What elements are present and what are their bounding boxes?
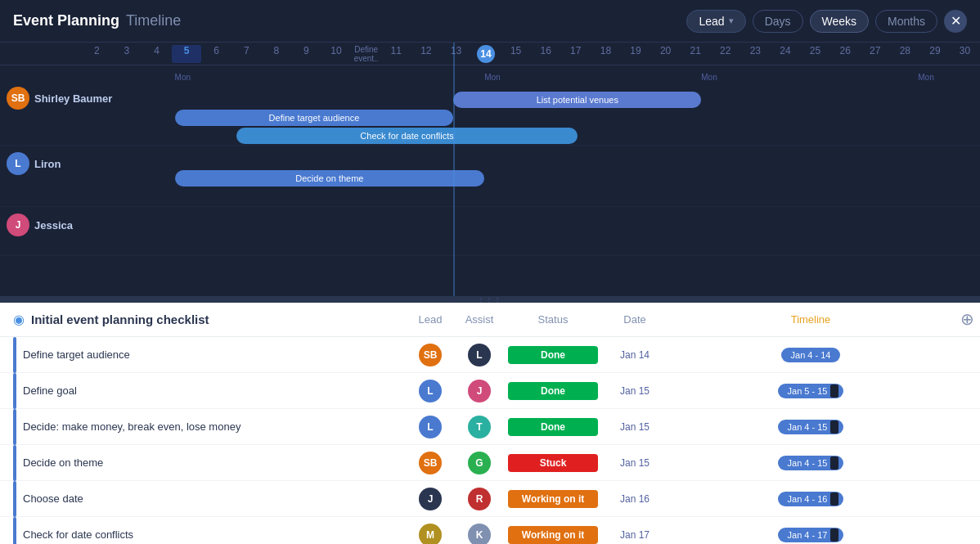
- assist-avatar[interactable]: L: [468, 344, 491, 366]
- col-assist-cell: G: [455, 452, 504, 474]
- col-lead-cell: SB: [406, 452, 455, 474]
- assist-avatar[interactable]: T: [468, 416, 491, 438]
- app-title: Event Planning: [13, 12, 119, 29]
- task-name-wrapper: Define goal: [13, 373, 406, 409]
- row-color-bar: [13, 481, 16, 517]
- person-name-liron: Liron: [34, 158, 61, 170]
- section-title-wrapper: ◉ Initial event planning checklist: [13, 312, 406, 327]
- task-row[interactable]: Check for date conflicts M K Working on …: [0, 517, 980, 544]
- timeline-badge[interactable]: Jan 4 - 14: [781, 348, 841, 362]
- col-lead-cell: L: [406, 380, 455, 402]
- days-view-btn[interactable]: Days: [753, 10, 803, 33]
- date-28: 28: [890, 45, 920, 63]
- task-row[interactable]: Define goal L J Done Jan 15 Jan 5 - 15: [0, 373, 980, 409]
- date-6: 6: [201, 45, 232, 63]
- status-badge[interactable]: Done: [508, 382, 598, 400]
- date-23: 23: [740, 45, 771, 63]
- timeline-section: 2 3 4 5 6 7 8 9 10 Define event.. 11 12 …: [0, 43, 980, 296]
- date-18: 18: [591, 45, 621, 63]
- col-lead-cell: M: [406, 524, 455, 545]
- resize-handle[interactable]: ⋮⋮⋮: [0, 296, 980, 303]
- app-subtitle: Timeline: [126, 12, 181, 29]
- assist-avatar[interactable]: R: [468, 488, 491, 510]
- date-3: 3: [112, 45, 142, 63]
- close-button[interactable]: ✕: [944, 10, 967, 33]
- col-date-cell: Jan 14: [602, 349, 668, 361]
- col-timeline-cell: Jan 4 - 14: [668, 348, 954, 362]
- status-badge[interactable]: Working on it: [508, 490, 598, 508]
- col-timeline-cell: Jan 4 - 15: [668, 420, 954, 434]
- lead-avatar[interactable]: L: [419, 416, 442, 438]
- col-assist-cell: R: [455, 488, 504, 510]
- bar-decide-theme[interactable]: Decide on theme: [175, 170, 485, 187]
- date-14-today: 14: [471, 45, 501, 63]
- date-19: 19: [621, 45, 651, 63]
- bar-check-conflicts[interactable]: Check for date conflicts: [236, 128, 577, 144]
- status-badge[interactable]: Done: [508, 418, 598, 436]
- avatar-liron: L: [7, 152, 29, 175]
- app-header: Event Planning Timeline Lead Days Weeks …: [0, 0, 980, 43]
- date-10: 10: [321, 45, 352, 63]
- avatar-shirley: SB: [7, 87, 29, 110]
- col-status-cell: Working on it: [504, 490, 602, 508]
- col-header-status: Status: [504, 313, 602, 326]
- add-column-button[interactable]: ⊕: [960, 311, 974, 327]
- timeline-badge[interactable]: Jan 4 - 15: [778, 456, 844, 470]
- date-27: 27: [860, 45, 890, 63]
- col-assist-cell: J: [455, 380, 504, 402]
- timeline-badge[interactable]: Jan 4 - 17: [778, 528, 844, 542]
- status-badge[interactable]: Stuck: [508, 454, 598, 472]
- months-view-btn[interactable]: Months: [875, 10, 937, 33]
- timeline-badge[interactable]: Jan 4 - 16: [778, 492, 844, 506]
- col-status-cell: Done: [504, 346, 602, 364]
- col-status-cell: Working on it: [504, 526, 602, 544]
- status-badge[interactable]: Working on it: [508, 526, 598, 544]
- date-15: 15: [501, 45, 531, 63]
- date-13: 13: [441, 45, 471, 63]
- date-11: 11: [381, 45, 411, 63]
- assist-avatar[interactable]: J: [468, 380, 491, 402]
- date-21: 21: [681, 45, 711, 63]
- task-row[interactable]: Choose date J R Working on it Jan 16 Jan…: [0, 481, 980, 517]
- lead-avatar[interactable]: SB: [419, 344, 442, 366]
- col-date-cell: Jan 15: [602, 421, 668, 433]
- lead-avatar[interactable]: L: [419, 380, 442, 402]
- task-row[interactable]: Decide: make money, break even, lose mon…: [0, 409, 980, 445]
- col-date-cell: Jan 15: [602, 385, 668, 397]
- row-color-bar: [13, 445, 16, 481]
- col-header-date: Date: [602, 313, 668, 326]
- assist-avatar[interactable]: K: [468, 524, 491, 545]
- col-assist-cell: L: [455, 344, 504, 366]
- date-2: 2: [82, 45, 112, 63]
- row-color-bar: [13, 373, 16, 409]
- table-section: ◉ Initial event planning checklist Lead …: [0, 303, 980, 544]
- task-name: Decide: make money, break even, lose mon…: [23, 420, 406, 433]
- col-timeline-cell: Jan 4 - 16: [668, 492, 954, 506]
- assist-avatar[interactable]: G: [468, 452, 491, 474]
- liron-bars: Decide on theme: [82, 146, 980, 206]
- timeline-badge[interactable]: Jan 4 - 15: [778, 420, 844, 434]
- lead-avatar[interactable]: SB: [419, 452, 442, 474]
- lead-dropdown[interactable]: Lead: [686, 10, 745, 33]
- person-name-shirley: Shirley Baumer: [34, 92, 112, 105]
- task-row[interactable]: Decide on theme SB G Stuck Jan 15 Jan 4 …: [0, 445, 980, 481]
- date-22: 22: [710, 45, 740, 63]
- person-jessica: J Jessica: [7, 214, 73, 236]
- timeline-badge[interactable]: Jan 5 - 15: [778, 384, 844, 398]
- task-row[interactable]: Define target audience SB L Done Jan 14 …: [0, 337, 980, 373]
- col-date-cell: Jan 15: [602, 457, 668, 469]
- task-name-wrapper: Check for date conflicts: [13, 517, 406, 545]
- bar-list-venues[interactable]: List potential venues: [453, 92, 701, 108]
- lead-avatar[interactable]: J: [419, 488, 442, 510]
- col-header-timeline: Timeline: [668, 313, 954, 326]
- bar-define-target[interactable]: Define target audience: [175, 110, 454, 126]
- row-color-bar: [13, 337, 16, 373]
- col-lead-cell: L: [406, 416, 455, 438]
- date-29: 29: [920, 45, 951, 63]
- weeks-view-btn[interactable]: Weeks: [810, 10, 870, 33]
- lead-avatar[interactable]: M: [419, 524, 442, 545]
- section-title: Initial event planning checklist: [31, 312, 209, 326]
- status-badge[interactable]: Done: [508, 346, 598, 364]
- section-toggle[interactable]: ◉: [13, 312, 25, 327]
- avatar-jessica: J: [7, 214, 29, 236]
